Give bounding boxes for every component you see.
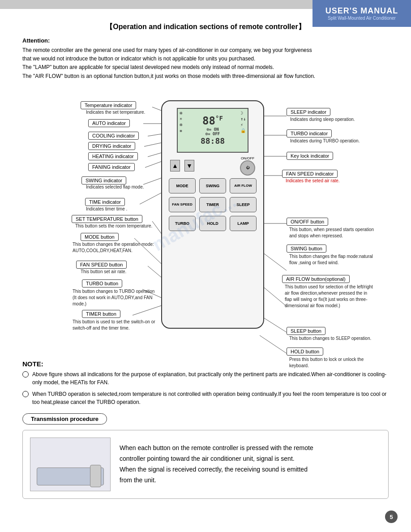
time-indicator-label: TIME indicator [85, 198, 125, 206]
turbo-indicator-desc: Indicates during TURBO operation. [290, 138, 360, 143]
attention-text: The remote controller are the general on… [22, 46, 389, 81]
diagram-container: Temperature indicator Indicates the set … [22, 87, 390, 356]
turbo-btn[interactable]: TURBO [169, 216, 196, 231]
turbo-indicator-label: TURBO indicator [287, 129, 332, 137]
note-text-1: Above figure shows all indications for t… [32, 370, 389, 386]
attention-heading: Attention: [22, 37, 389, 44]
fan-speed-button-desc: This button set air rate. [81, 269, 126, 274]
fan-speed-button-label: FAN SPEED button [76, 261, 127, 269]
onoff-area: ▲ ▼ ON/OFF ⏻ [162, 156, 263, 176]
attention-line-1: The remote controller are the general on… [22, 47, 312, 53]
screen-left-icons: ❄ ☀ ❄ ❋ [180, 111, 182, 133]
note-circle-2 [22, 391, 29, 397]
screen-clock: 88:88 [201, 136, 225, 146]
mode-btn[interactable]: MODE [169, 178, 196, 193]
remote-controller: ❄ ☀ ❄ ❋ 88°F ⊙= ON⊙= OFF 88:88 ☽ ↑↓ ⚡ 🔒 [161, 100, 264, 329]
cooling-indicator-label: COOLING indicator [88, 132, 139, 140]
sleep-indicator-label: SLEEP indicator [287, 108, 330, 116]
transmission-title: Transmission procedure [22, 413, 107, 425]
mode-button-desc: This button changes the operation mode:A… [73, 241, 154, 254]
ac-remote-small [90, 465, 101, 487]
sleep-indicator-desc: Indicates during sleep operation. [290, 117, 355, 122]
remote-screen: ❄ ☀ ❄ ❋ 88°F ⊙= ON⊙= OFF 88:88 ☽ ↑↓ ⚡ 🔒 [177, 108, 248, 153]
buttons-row3: TURBO HOLD LAMP [162, 216, 263, 231]
attention-line-4: The "AIR FLOW" button is an optional fun… [22, 73, 315, 79]
note-circle-1 [22, 371, 29, 378]
attention-line-2: that we would not introduce the button o… [22, 56, 255, 62]
header-title: USER'S MANUAL [325, 6, 398, 16]
key-lock-indicator-label: Key lock indicator [287, 152, 333, 160]
header-gray-bar [0, 0, 313, 9]
fanspeed-btn[interactable]: FAN SPEED [169, 197, 196, 212]
hold-button-label: HOLD button [287, 348, 323, 356]
hold-btn[interactable]: HOLD [199, 216, 226, 231]
up-arrow-btn[interactable]: ▲ [170, 160, 180, 172]
swing-btn[interactable]: SWING [199, 178, 226, 193]
swing-indicator-label: SWING indicator [81, 176, 126, 184]
onoff-label: ON/OFF [240, 156, 255, 160]
temperature-indicator-desc: Indicates the set temperature. [86, 110, 145, 115]
attention-line-3: The "LAMP" button are applicable for spe… [22, 64, 274, 70]
swing-button-desc: This button changes the flap mode:natura… [289, 253, 373, 266]
note-text-2: When TURBO operation is selected,room te… [32, 390, 389, 406]
swing-button-label: SWING button [287, 245, 326, 253]
drying-indicator-label: DRYING indicator [88, 142, 135, 150]
timer-button-label: TIMER button [82, 310, 120, 318]
svg-line-21 [260, 335, 287, 353]
fan-speed-indicator-label: FAN SPEED indicator [282, 170, 338, 178]
airflow-button-desc: This button used for selection of the le… [285, 284, 373, 309]
onoff-button-desc: This button, when pressed starts operati… [289, 227, 374, 239]
sleep-button-label: SLEEP button [287, 327, 325, 335]
transmission-line-1: When each button on the remote controlle… [120, 444, 313, 451]
airflow-btn[interactable]: AIR FLOW [230, 178, 257, 193]
transmission-section: Transmission procedure When each button … [22, 413, 389, 499]
note-item-2: When TURBO operation is selected,room te… [22, 390, 389, 406]
ac-unit-illustration [30, 438, 111, 491]
time-indicator-desc: Indicates timer time . [86, 206, 127, 211]
set-temp-button-desc: This button sets the room temperature. [75, 223, 152, 228]
header-banner: USER'S MANUAL Split Wall-Mounted Air Con… [313, 0, 411, 27]
airflow-button-label: AIR FLOW button(optional) [282, 275, 350, 283]
set-temp-button-label: SET TEMPERATURE button [72, 215, 142, 223]
turbo-button-desc: This button changes to TURBO operation(I… [73, 288, 154, 307]
screen-right-icons: ☽ ↑↓ ⚡ 🔒 [240, 111, 246, 133]
lamp-btn[interactable]: LAMP [230, 216, 257, 231]
page-number: 5 [385, 511, 398, 523]
heating-indicator-label: HEATING indicator [88, 152, 138, 160]
transmission-line-4: from the unit. [120, 476, 156, 484]
header-subtitle: Split Wall-Mounted Air Conditioner [328, 16, 396, 21]
transmission-line-2: controller pointing toward the air condi… [120, 455, 295, 462]
onoff-round-btn[interactable]: ⏻ [240, 160, 255, 176]
timer-button-desc: This button is used to set the switch-on… [73, 319, 155, 331]
turbo-button-label: TURBO button [82, 279, 122, 287]
auto-indicator-label: AUTO indicator [88, 119, 130, 127]
buttons-row2: FAN SPEED TIMER SLEEP [162, 197, 263, 212]
sleep-button-desc: This button changes to SLEEP operation. [289, 336, 371, 341]
onoff-button-label: ON/OFF button [287, 218, 328, 226]
fan-speed-indicator-desc: Indicates the seted air rate. [286, 178, 340, 183]
transmission-box: When each button on the remote controlle… [22, 430, 389, 499]
swing-indicator-desc: Indicates selected flap mode. [86, 184, 144, 189]
hold-button-desc: Press this button to lock or unlock thek… [289, 356, 364, 369]
down-arrow-btn[interactable]: ▼ [184, 160, 194, 172]
screen-temp-display: 88°F [201, 115, 225, 127]
mode-button-label: MODE button [81, 233, 119, 241]
buttons-row1: MODE SWING AIR FLOW [162, 178, 263, 193]
transmission-line-3: When the signal is received correctly, t… [120, 466, 308, 473]
temperature-indicator-label: Temperature indicator [81, 101, 136, 109]
timer-btn[interactable]: TIMER [199, 197, 226, 212]
screen-time-display: ⊙= ON⊙= OFF [201, 127, 225, 136]
note-item-1: Above figure shows all indications for t… [22, 370, 389, 386]
faning-indicator-label: FANING indicator [88, 163, 135, 171]
sleep-btn[interactable]: SLEEP [230, 197, 257, 212]
transmission-text: When each button on the remote controlle… [120, 443, 313, 485]
